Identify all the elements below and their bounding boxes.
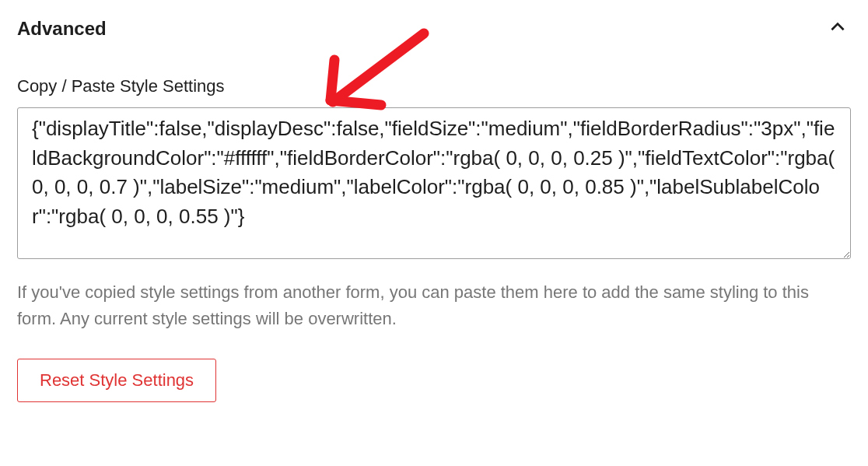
collapse-toggle[interactable] <box>824 14 851 44</box>
help-text: If you've copied style settings from ano… <box>17 279 851 332</box>
section-header: Advanced <box>17 14 851 44</box>
style-settings-textarea[interactable] <box>17 107 851 259</box>
field-label: Copy / Paste Style Settings <box>17 76 851 96</box>
svg-line-2 <box>331 100 381 105</box>
reset-style-button[interactable]: Reset Style Settings <box>17 359 216 402</box>
chevron-up-icon <box>828 26 848 40</box>
section-title: Advanced <box>17 18 107 40</box>
